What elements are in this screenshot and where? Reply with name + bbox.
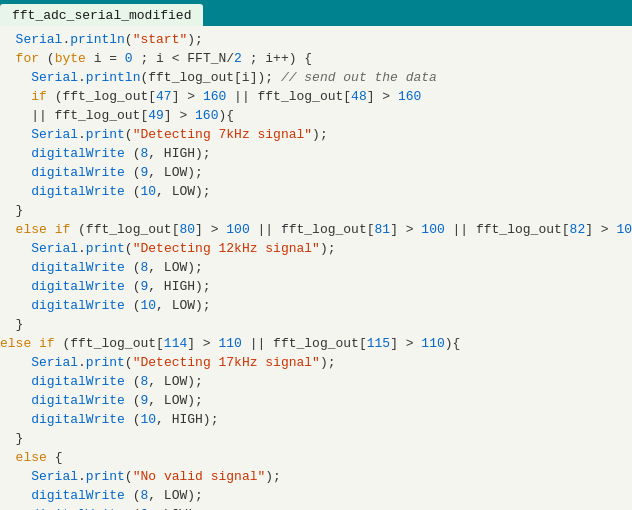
code-line: digitalWrite (10, HIGH); (0, 410, 632, 429)
code-line: if (fft_log_out[47] > 160 || fft_log_out… (0, 87, 632, 106)
code-line: Serial.print("Detecting 12kHz signal"); (0, 239, 632, 258)
code-line: digitalWrite (10, LOW); (0, 182, 632, 201)
code-line: || fft_log_out[49] > 160){ (0, 106, 632, 125)
code-line: else if (fft_log_out[80] > 100 || fft_lo… (0, 220, 632, 239)
code-line: else { (0, 448, 632, 467)
code-line: digitalWrite (9, HIGH); (0, 277, 632, 296)
code-area[interactable]: Serial.println("start"); for (byte i = 0… (0, 26, 632, 510)
code-line: } (0, 201, 632, 220)
code-line: digitalWrite (10, LOW); (0, 296, 632, 315)
code-line: digitalWrite (9, LOW); (0, 391, 632, 410)
code-line: } (0, 429, 632, 448)
tab-label: fft_adc_serial_modified (12, 8, 191, 23)
code-line: digitalWrite (9, LOW); (0, 163, 632, 182)
code-line: digitalWrite (8, LOW); (0, 486, 632, 505)
code-line: Serial.print("Detecting 17kHz signal"); (0, 353, 632, 372)
code-line: else if (fft_log_out[114] > 110 || fft_l… (0, 334, 632, 353)
code-line: Serial.print("No valid signal"); (0, 467, 632, 486)
active-tab[interactable]: fft_adc_serial_modified (0, 4, 203, 26)
code-line: digitalWrite (8, LOW); (0, 258, 632, 277)
code-line: Serial.println(fft_log_out[i]); // send … (0, 68, 632, 87)
code-line: for (byte i = 0 ; i < FFT_N/2 ; i++) { (0, 49, 632, 68)
tab-bar: fft_adc_serial_modified (0, 0, 632, 26)
code-line: Serial.println("start"); (0, 30, 632, 49)
code-line: } (0, 315, 632, 334)
code-line: digitalWrite (9, LOW); (0, 505, 632, 510)
code-line: digitalWrite (8, LOW); (0, 372, 632, 391)
code-line: digitalWrite (8, HIGH); (0, 144, 632, 163)
code-line: Serial.print("Detecting 7kHz signal"); (0, 125, 632, 144)
